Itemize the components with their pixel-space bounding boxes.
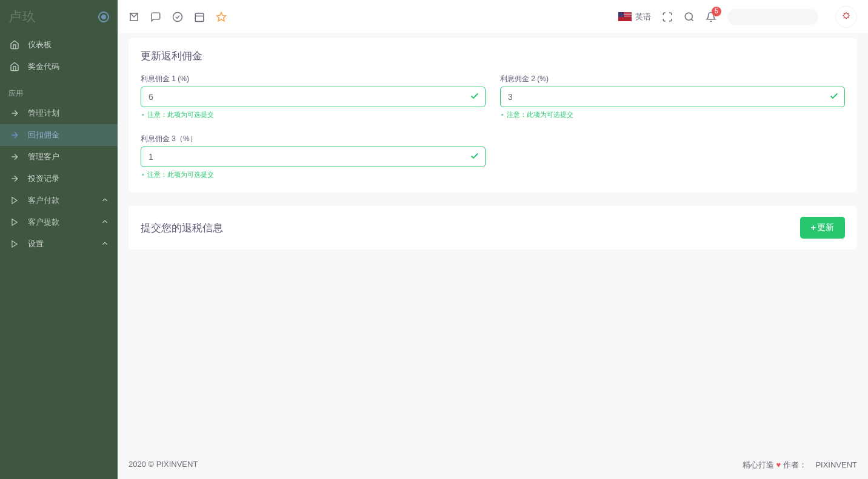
form-group-commission-1: 利息佣金 1 (%) 注意：此项为可选提交 bbox=[141, 74, 486, 119]
sidebar-section-label: 应用 bbox=[0, 78, 118, 102]
svg-point-11 bbox=[685, 13, 692, 20]
svg-marker-5 bbox=[12, 219, 17, 226]
topbar: 英语 5 bbox=[118, 0, 868, 33]
search-icon[interactable] bbox=[684, 12, 695, 22]
commission-3-input[interactable] bbox=[141, 147, 486, 167]
notifications-icon[interactable]: 5 bbox=[706, 12, 716, 22]
sidebar-item-invest-record[interactable]: 投资记录 bbox=[0, 168, 118, 190]
form-group-commission-3: 利息佣金 3（%） 注意：此项为可选提交 bbox=[141, 134, 486, 179]
check-icon bbox=[470, 151, 479, 163]
commission-2-input[interactable] bbox=[500, 87, 845, 107]
svg-line-12 bbox=[691, 19, 693, 21]
main-area: 英语 5 更新返利佣金 bbox=[118, 0, 868, 479]
play-icon bbox=[8, 196, 21, 205]
sidebar-header: 卢玖 bbox=[0, 0, 118, 34]
sidebar-item-label: 奖金代码 bbox=[28, 61, 59, 72]
sidebar-item-label: 回扣佣金 bbox=[28, 130, 59, 140]
svg-marker-10 bbox=[217, 12, 226, 21]
field-help: 注意：此项为可选提交 bbox=[141, 170, 486, 179]
svg-point-7 bbox=[173, 12, 182, 21]
sidebar-item-label: 客户提款 bbox=[28, 217, 59, 228]
footer-copyright: 2020 © PIXINVENT bbox=[129, 460, 198, 471]
field-label: 利息佣金 3（%） bbox=[141, 134, 486, 144]
arrow-right-icon bbox=[8, 108, 21, 118]
update-button[interactable]: + 更新 bbox=[800, 217, 845, 239]
chevron-up-icon bbox=[101, 217, 109, 228]
sidebar-item-label: 管理计划 bbox=[28, 108, 59, 119]
check-icon bbox=[470, 91, 479, 103]
avatar-image-icon bbox=[841, 12, 852, 22]
card-title: 更新返利佣金 bbox=[129, 38, 857, 69]
sidebar-item-label: 设置 bbox=[28, 239, 44, 249]
heart-icon: ♥ bbox=[776, 460, 781, 469]
sidebar-item-rebate-commission[interactable]: 回扣佣金 bbox=[0, 124, 118, 146]
play-icon bbox=[8, 240, 21, 248]
plus-icon: + bbox=[811, 223, 816, 233]
sidebar-item-label: 投资记录 bbox=[28, 173, 59, 184]
form-group-commission-2: 利息佣金 2 (%) 注意：此项为可选提交 bbox=[500, 74, 845, 119]
field-help: 注意：此项为可选提交 bbox=[500, 110, 845, 119]
field-label: 利息佣金 2 (%) bbox=[500, 74, 845, 84]
submit-rebate-card: 提交您的退税信息 + 更新 bbox=[129, 206, 857, 249]
submit-title: 提交您的退税信息 bbox=[141, 221, 223, 235]
sidebar-item-label: 仪表板 bbox=[28, 39, 52, 50]
chevron-up-icon bbox=[101, 239, 109, 249]
star-icon[interactable] bbox=[216, 12, 227, 22]
home-icon bbox=[8, 40, 21, 50]
arrow-right-icon bbox=[8, 130, 21, 140]
chevron-up-icon bbox=[101, 196, 109, 206]
svg-rect-8 bbox=[195, 13, 204, 22]
check-icon bbox=[829, 91, 839, 103]
notification-badge: 5 bbox=[712, 7, 721, 16]
arrow-right-icon bbox=[8, 174, 21, 183]
check-circle-icon[interactable] bbox=[172, 12, 183, 22]
sidebar-item-manage-client[interactable]: 管理客户 bbox=[0, 146, 118, 168]
play-icon bbox=[8, 218, 21, 226]
avatar[interactable] bbox=[835, 6, 857, 28]
sidebar: 卢玖 仪表板 奖金代码 应用 管理计划 bbox=[0, 0, 118, 479]
disc-icon[interactable] bbox=[98, 12, 109, 22]
home-icon bbox=[8, 62, 21, 71]
language-selector[interactable]: 英语 bbox=[618, 12, 651, 22]
field-help: 注意：此项为可选提交 bbox=[141, 110, 486, 119]
sidebar-item-dashboard[interactable]: 仪表板 bbox=[0, 34, 118, 56]
language-label: 英语 bbox=[635, 12, 651, 22]
svg-marker-4 bbox=[12, 197, 17, 204]
sidebar-item-label: 客户付款 bbox=[28, 195, 59, 206]
update-button-label: 更新 bbox=[817, 222, 834, 233]
commission-1-input[interactable] bbox=[141, 87, 486, 107]
sidebar-item-manage-plan[interactable]: 管理计划 bbox=[0, 102, 118, 124]
sidebar-item-client-withdraw[interactable]: 客户提款 bbox=[0, 211, 118, 233]
update-rebate-card: 更新返利佣金 利息佣金 1 (%) 注意：此项为可选提交 bbox=[129, 38, 857, 193]
footer-credits: 精心打造 ♥ 作者： PIXINVENT bbox=[743, 460, 857, 471]
svg-marker-6 bbox=[12, 241, 17, 248]
mail-icon[interactable] bbox=[129, 12, 139, 22]
calendar-icon[interactable] bbox=[194, 12, 205, 22]
sidebar-item-label: 管理客户 bbox=[28, 151, 59, 162]
sidebar-item-settings[interactable]: 设置 bbox=[0, 233, 118, 255]
fullscreen-icon[interactable] bbox=[662, 12, 673, 22]
arrow-right-icon bbox=[8, 152, 21, 162]
flag-us-icon bbox=[618, 12, 632, 21]
footer: 2020 © PIXINVENT 精心打造 ♥ 作者： PIXINVENT bbox=[118, 451, 868, 479]
sidebar-item-client-payment[interactable]: 客户付款 bbox=[0, 190, 118, 211]
chat-icon[interactable] bbox=[150, 12, 161, 22]
search-input-pill[interactable] bbox=[727, 9, 818, 25]
sidebar-item-bonus-code[interactable]: 奖金代码 bbox=[0, 56, 118, 78]
brand-name: 卢玖 bbox=[8, 8, 36, 26]
field-label: 利息佣金 1 (%) bbox=[141, 74, 486, 84]
